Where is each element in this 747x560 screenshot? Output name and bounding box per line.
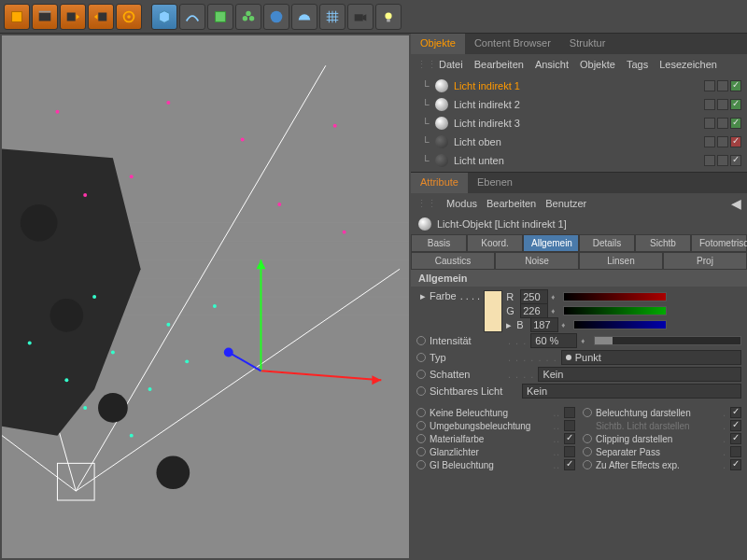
- toggle-render[interactable]: [717, 118, 728, 129]
- radio[interactable]: [416, 408, 426, 417]
- checkbox[interactable]: [730, 420, 741, 431]
- radio[interactable]: [416, 421, 426, 430]
- intensity-value[interactable]: 60 %: [530, 333, 577, 348]
- checkbox[interactable]: [564, 420, 575, 431]
- toggle-vis[interactable]: [704, 80, 715, 91]
- object-item[interactable]: └Licht oben: [411, 133, 747, 151]
- g-value[interactable]: 226: [520, 303, 548, 318]
- tab-attribute[interactable]: Attribute: [411, 173, 468, 193]
- expand-icon[interactable]: ▸: [506, 319, 514, 331]
- tool-gear-film[interactable]: [116, 4, 142, 30]
- tool-film-back[interactable]: [88, 4, 114, 30]
- tool-curve[interactable]: [179, 4, 205, 30]
- radio[interactable]: [416, 434, 426, 443]
- color-swatch[interactable]: [484, 290, 502, 332]
- menu-modus[interactable]: Modus: [446, 198, 477, 209]
- tool-cube3d[interactable]: [151, 4, 177, 30]
- tool-camera[interactable]: [347, 4, 374, 30]
- toggle-render[interactable]: [717, 136, 728, 147]
- toggle-vis[interactable]: [704, 99, 715, 110]
- tool-light[interactable]: [375, 4, 402, 30]
- nav-back-icon[interactable]: ◀: [731, 196, 741, 211]
- proptab-koord[interactable]: Koord.: [467, 234, 523, 252]
- toggle-render[interactable]: [717, 155, 728, 166]
- dropdown-sichtbar[interactable]: Kein: [522, 384, 741, 399]
- radio[interactable]: [583, 447, 592, 456]
- tab-content-browser[interactable]: Content Browser: [465, 34, 560, 54]
- slider-g[interactable]: [563, 306, 667, 315]
- proptab-caustics[interactable]: Caustics: [411, 252, 495, 270]
- proptab-linsen[interactable]: Linsen: [579, 252, 663, 270]
- b-value[interactable]: 187: [530, 317, 558, 332]
- menu-benutzer[interactable]: Benutzer: [545, 198, 586, 209]
- tab-struktur[interactable]: Struktur: [560, 34, 615, 54]
- radio[interactable]: [416, 460, 426, 469]
- slider-intensity[interactable]: [594, 336, 741, 345]
- checkbox[interactable]: [730, 433, 741, 444]
- toggle-vis[interactable]: [704, 136, 715, 147]
- tool-cube[interactable]: [4, 4, 30, 30]
- checkbox[interactable]: [730, 459, 741, 470]
- tool-flower[interactable]: [235, 4, 261, 30]
- expand-icon[interactable]: ▸: [420, 290, 426, 302]
- slider-r[interactable]: [563, 292, 667, 301]
- proptab-noise[interactable]: Noise: [495, 252, 579, 270]
- object-item[interactable]: └Licht indirekt 1: [411, 77, 747, 95]
- proptab-allgemein[interactable]: Allgemein: [523, 234, 579, 252]
- menu-ansicht[interactable]: Ansicht: [535, 59, 569, 70]
- radio-sichtbar[interactable]: [416, 386, 426, 396]
- checkbox[interactable]: [564, 446, 575, 457]
- toggle-enable[interactable]: [730, 155, 741, 166]
- 3d-viewport[interactable]: [0, 34, 411, 560]
- menu-bearbeiten2[interactable]: Bearbeiten: [486, 198, 536, 209]
- toggle-enable[interactable]: [730, 80, 741, 91]
- radio[interactable]: [416, 447, 426, 456]
- r-value[interactable]: 250: [520, 289, 548, 304]
- toggle-enable[interactable]: [730, 136, 741, 147]
- toggle-vis[interactable]: [704, 118, 715, 129]
- toggle-vis[interactable]: [704, 155, 715, 166]
- tab-objekte[interactable]: Objekte: [411, 34, 465, 54]
- tool-film-forward[interactable]: [60, 4, 86, 30]
- radio[interactable]: [583, 434, 592, 443]
- menu-bearbeiten[interactable]: Bearbeiten: [474, 59, 524, 70]
- radio-typ[interactable]: [416, 353, 426, 362]
- toggle-enable[interactable]: [730, 99, 741, 110]
- checkbox[interactable]: [730, 446, 741, 457]
- object-item[interactable]: └Licht unten: [411, 151, 747, 170]
- radio[interactable]: [583, 460, 592, 469]
- tool-grid[interactable]: [319, 4, 345, 30]
- tool-film[interactable]: [32, 4, 58, 30]
- checkbox[interactable]: [564, 407, 575, 418]
- menu-datei[interactable]: Datei: [439, 59, 463, 70]
- spinner-icon[interactable]: ♦: [551, 307, 560, 315]
- tool-dome[interactable]: [291, 4, 317, 30]
- toggle-enable[interactable]: [730, 118, 741, 129]
- proptab-proj[interactable]: Proj: [663, 252, 747, 270]
- tool-sphere-blue[interactable]: [263, 4, 289, 30]
- proptab-details[interactable]: Details: [579, 234, 635, 252]
- tool-box-green[interactable]: [207, 4, 233, 30]
- spinner-icon[interactable]: ♦: [581, 337, 590, 345]
- object-item[interactable]: └Licht indirekt 3: [411, 114, 747, 133]
- checkbox[interactable]: [564, 459, 575, 470]
- proptab-basis[interactable]: Basis: [411, 234, 467, 252]
- spinner-icon[interactable]: ♦: [551, 293, 560, 301]
- proptab-fotometrisch[interactable]: Fotometrisch: [691, 234, 747, 252]
- radio[interactable]: [583, 408, 592, 417]
- tab-ebenen[interactable]: Ebenen: [468, 173, 522, 193]
- checkbox[interactable]: [564, 433, 575, 444]
- dropdown-schatten[interactable]: Kein: [538, 367, 741, 382]
- checkbox[interactable]: [730, 407, 741, 418]
- radio-schatten[interactable]: [416, 370, 426, 379]
- toggle-render[interactable]: [717, 80, 728, 91]
- radio-intensity[interactable]: [416, 336, 426, 345]
- proptab-sichtb[interactable]: Sichtb: [635, 234, 691, 252]
- spinner-icon[interactable]: ♦: [561, 321, 571, 329]
- menu-lesezeichen[interactable]: Lesezeichen: [659, 59, 717, 70]
- toggle-render[interactable]: [717, 99, 728, 110]
- menu-tags[interactable]: Tags: [627, 59, 648, 70]
- menu-objekte[interactable]: Objekte: [580, 59, 615, 70]
- slider-b[interactable]: [573, 320, 667, 329]
- object-item[interactable]: └Licht indirekt 2: [411, 95, 747, 114]
